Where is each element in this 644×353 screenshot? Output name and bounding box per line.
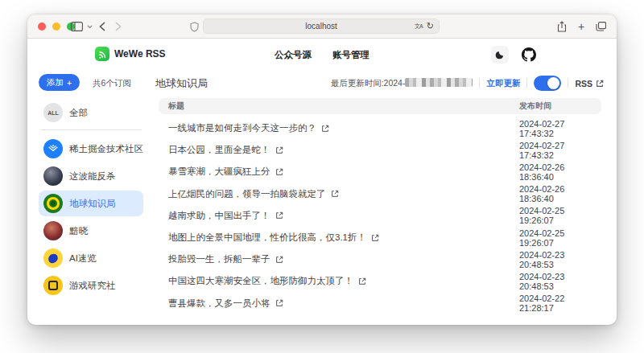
table-row: 中国这四大寒潮安全区，地形防御力太顶了！ 2024-02-23 20:48:53 <box>159 270 601 292</box>
url-text[interactable]: localhost <box>204 22 415 31</box>
publish-time: 2024-02-26 18:36:40 <box>519 184 601 203</box>
article-link[interactable]: 曹县爆款，又多一员小将 <box>159 298 283 310</box>
redacted-timestamp <box>405 78 473 87</box>
article-link[interactable]: 地图上的全景中国地理，性价比很高，仅3.1折！ <box>159 232 379 244</box>
avatar-all: ALL <box>43 103 63 122</box>
moon-icon <box>495 50 505 60</box>
table-row: 地图上的全景中国地理，性价比很高，仅3.1折！ 2024-02-25 19:26… <box>159 227 601 248</box>
forward-button[interactable] <box>113 14 124 39</box>
sidebar-item-game[interactable]: 游戏研究社 <box>39 273 143 298</box>
table-row: 日本公园，里面全是蛇！ 2024-02-27 17:43:32 <box>159 139 601 161</box>
publish-time: 2024-02-27 17:43:32 <box>519 119 601 138</box>
chevron-down-icon[interactable] <box>85 14 93 39</box>
auto-update-toggle[interactable] <box>534 76 561 91</box>
feed-title: 地球知识局 <box>155 76 208 91</box>
privacy-shield-icon[interactable] <box>188 14 200 39</box>
sidebar-item-anxiao[interactable]: 黯晓 <box>39 218 143 244</box>
rss-link[interactable]: RSS <box>575 79 604 88</box>
back-button[interactable] <box>97 14 108 39</box>
tab-overview-icon[interactable] <box>594 14 607 39</box>
publish-time: 2024-02-27 17:43:32 <box>519 141 601 160</box>
browser-toolbar: localhost 文A ↻ + <box>27 14 617 39</box>
publish-time: 2024-02-23 20:48:53 <box>519 272 601 291</box>
external-link-icon <box>275 211 283 220</box>
avatar-fankill <box>43 166 63 186</box>
publish-time: 2024-02-23 20:48:53 <box>519 250 601 269</box>
sidebar-toggle-icon[interactable] <box>69 14 84 39</box>
nav-item-accounts[interactable]: 账号管理 <box>332 49 369 61</box>
nav-item-sources[interactable]: 公众号源 <box>275 49 312 61</box>
external-link-icon <box>371 234 379 242</box>
avatar-game <box>43 276 63 295</box>
minimize-window-button[interactable] <box>52 23 60 31</box>
article-link[interactable]: 暴雪寒潮，大疆疯狂上分 <box>159 166 283 178</box>
browser-window: localhost 文A ↻ + WeWe RSS <box>27 14 617 325</box>
refresh-now-link[interactable]: 立即更新 <box>486 78 520 89</box>
github-link[interactable] <box>522 47 536 62</box>
app-header: WeWe RSS 公众号源 账号管理 <box>27 39 617 69</box>
sidebar-item-all[interactable]: ALL 全部 <box>39 100 143 125</box>
table-row: 一线城市是如何走到今天这一步的？ 2024-02-27 17:43:32 <box>159 117 601 139</box>
external-link-icon <box>275 168 283 176</box>
divider <box>40 129 142 130</box>
table-header: 标题 发布时间 <box>159 98 601 114</box>
article-table: 标题 发布时间 一线城市是如何走到今天这一步的？ 2024-02-27 17:4… <box>159 98 601 314</box>
avatar-diqiu <box>43 194 63 213</box>
table-row: 上亿烟民的问题，领导一拍脑袋就定了 2024-02-26 18:36:40 <box>159 183 601 205</box>
subscription-count: 共6个订阅 <box>93 78 131 89</box>
sidebar-item-juejin[interactable]: 稀土掘金技术社区 <box>39 136 143 162</box>
external-link-icon <box>321 125 329 133</box>
external-link-icon <box>275 146 283 154</box>
external-link-icon <box>596 80 604 88</box>
column-time: 发布时间 <box>519 101 551 112</box>
share-icon[interactable] <box>555 14 568 39</box>
plus-icon: + <box>67 78 72 88</box>
article-link[interactable]: 日本公园，里面全是蛇！ <box>159 144 283 156</box>
article-link[interactable]: 投胎毁一生，拆船一辈子 <box>159 253 283 265</box>
publish-time: 2024-02-22 21:28:17 <box>519 293 601 313</box>
reload-icon[interactable]: ↻ <box>427 22 434 31</box>
avatar-anxiao <box>43 221 63 240</box>
sidebar-item-fankill[interactable]: 这波能反杀 <box>39 163 143 189</box>
article-link[interactable]: 一线城市是如何走到今天这一步的？ <box>159 122 329 134</box>
new-tab-button[interactable]: + <box>575 14 588 39</box>
close-window-button[interactable] <box>38 23 46 31</box>
column-title: 标题 <box>159 101 184 112</box>
article-link[interactable]: 上亿烟民的问题，领导一拍脑袋就定了 <box>159 188 339 200</box>
table-row: 暴雪寒潮，大疆疯狂上分 2024-02-26 18:36:40 <box>159 161 601 183</box>
translate-icon[interactable]: 文A <box>415 23 423 31</box>
feed-controls: 最后更新时间:2024- 立即更新 RSS <box>331 76 604 91</box>
external-link-icon <box>358 277 366 285</box>
last-update-label: 最后更新时间:2024- <box>331 78 473 89</box>
add-feed-button[interactable]: 添加 + <box>39 74 80 91</box>
external-link-icon <box>275 299 283 307</box>
table-rows: 一线城市是如何走到今天这一步的？ 2024-02-27 17:43:32 日本公… <box>159 117 601 314</box>
article-link[interactable]: 中国这四大寒潮安全区，地形防御力太顶了！ <box>159 275 366 287</box>
table-row: 投胎毁一生，拆船一辈子 2024-02-23 20:48:53 <box>159 248 601 270</box>
external-link-icon <box>331 190 339 198</box>
feed-list: ALL 全部 稀土掘金技术社区 这波能反杀 地球知识局 黯晓 <box>39 100 143 300</box>
avatar-juejin <box>43 139 63 158</box>
article-link[interactable]: 越南求助，中国出手了！ <box>159 210 283 222</box>
external-link-icon <box>275 256 283 264</box>
publish-time: 2024-02-26 18:36:40 <box>519 162 601 182</box>
table-row: 越南求助，中国出手了！ 2024-02-25 19:26:07 <box>159 205 601 227</box>
address-bar[interactable]: localhost 文A ↻ <box>203 18 440 34</box>
publish-time: 2024-02-25 19:26:07 <box>519 228 601 248</box>
dark-mode-toggle[interactable] <box>491 46 509 64</box>
publish-time: 2024-02-25 19:26:07 <box>519 206 601 225</box>
sidebar-item-diqiu-selected[interactable]: 地球知识局 <box>39 191 143 216</box>
sidebar-item-ai[interactable]: AI速览 <box>39 245 143 271</box>
table-row: 曹县爆款，又多一员小将 2024-02-22 21:28:17 <box>159 293 601 314</box>
github-icon <box>522 47 536 62</box>
avatar-ai <box>43 248 63 268</box>
